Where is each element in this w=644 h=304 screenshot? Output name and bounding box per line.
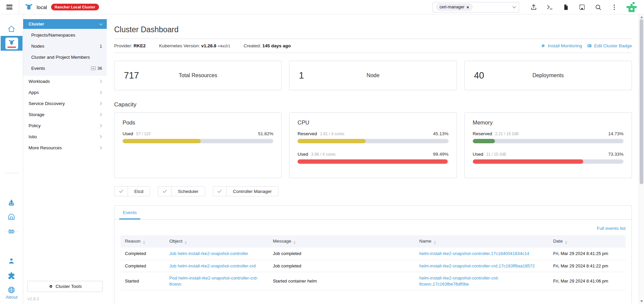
component-status-row: Etcd Scheduler Controller Manager	[114, 186, 632, 196]
active-cluster-tile[interactable]	[1, 36, 22, 51]
sidebar-item-projects-namespaces[interactable]: Projects/Namespaces	[23, 30, 107, 41]
vertical-scrollbar[interactable]	[639, 14, 644, 304]
cluster-meta-row: Provider: RKE2 Kubernetes Version: v1.28…	[114, 43, 632, 48]
sort-icon	[293, 241, 295, 245]
harvester-icon[interactable]	[7, 212, 16, 221]
sidebar-item-label: Cluster and Project Members	[31, 55, 90, 60]
globe-icon[interactable]	[7, 286, 16, 294]
capacity-card-title: CPU	[297, 119, 448, 126]
event-row: Started Pod helm-install-rke2-snapshot-c…	[121, 272, 626, 290]
stat-card-total-resources[interactable]: 717 Total Resources	[114, 61, 282, 90]
status-badge-scheduler: Scheduler	[158, 186, 205, 196]
capacity-card-cpu: CPU Reserved 1.81 / 4 cores 45.13% Used …	[289, 112, 457, 178]
chevron-right-icon	[99, 124, 102, 128]
stat-card-nodes[interactable]: 1 Node	[289, 61, 457, 90]
scroll-down-arrow-icon[interactable]	[640, 300, 643, 302]
event-reason: Completed	[121, 248, 166, 260]
stats-row: 717 Total Resources 1 Node 40 Deployment…	[114, 61, 632, 90]
sort-icon	[434, 241, 436, 245]
column-header-object[interactable]: Object	[166, 235, 269, 248]
sidebar-group-item[interactable]: More Resources	[23, 142, 107, 153]
sidebar-item-nodes[interactable]: Nodes 1	[23, 41, 107, 52]
gear-icon	[48, 284, 53, 289]
sidebar-group-item[interactable]: Service Discovery	[23, 98, 107, 109]
cluster-submenu: Projects/Namespaces Nodes 1 Cluster and …	[23, 29, 107, 76]
install-monitoring-link[interactable]: Install Monitoring	[541, 43, 582, 48]
stat-card-deployments[interactable]: 40 Deployments	[464, 61, 632, 90]
app-version: v2.8.3	[28, 297, 39, 301]
sort-icon	[185, 241, 187, 245]
sidebar-group-item[interactable]: Workloads	[23, 76, 107, 87]
status-badge-label: Controller Manager	[227, 189, 278, 194]
events-panel: Events Full events list Reason Object	[114, 205, 632, 304]
status-badge-etcd: Etcd	[114, 186, 150, 196]
column-header-message[interactable]: Message	[270, 235, 416, 248]
sidebar-group-item[interactable]: Policy	[23, 120, 107, 131]
about-link[interactable]: About	[0, 295, 23, 300]
sidebar-group-item-label: Storage	[29, 112, 44, 117]
event-name-link[interactable]: helm-install-rke2-snapshot-controller-cr…	[419, 263, 535, 268]
namespace-filter-tag: cert-manager ×	[436, 4, 472, 10]
cluster-tools-button[interactable]: Cluster Tools	[27, 281, 103, 292]
kubectl-shell-icon[interactable]	[546, 4, 553, 11]
remove-filter-icon[interactable]: ×	[466, 5, 469, 9]
sidebar-item-label: Nodes	[31, 44, 44, 49]
sidebar-item-label: Events	[31, 66, 45, 71]
rancher-logo-icon	[25, 3, 33, 11]
event-object-cell: Job helm-install-rke2-snapshot-controlle…	[166, 260, 269, 272]
event-reason: Started	[121, 272, 166, 290]
sidebar-item-events[interactable]: Events 36	[23, 63, 107, 74]
kebab-menu-icon[interactable]	[611, 4, 618, 11]
copy-kubeconfig-icon[interactable]	[579, 4, 586, 11]
sidebar-group-item-label: Workloads	[29, 79, 50, 84]
capacity-card-title: Pods	[123, 119, 273, 126]
cluster-name: local	[37, 4, 47, 10]
main-content: Cluster Dashboard Provider: RKE2 Kuberne…	[107, 14, 639, 304]
gauge-header: Used 57 / 110 51.82%	[123, 131, 273, 136]
event-object-link[interactable]: Pod helm-install-rke2-snapshot-controlle…	[169, 275, 258, 287]
memory-used-bar	[473, 159, 624, 164]
rail-divider	[5, 173, 18, 173]
sidebar-group-cluster-label: Cluster	[29, 21, 44, 27]
kubeconfig-file-icon[interactable]	[562, 4, 569, 11]
search-icon[interactable]	[595, 4, 602, 11]
provider-meta: Provider: RKE2	[114, 43, 146, 48]
user-profile-icon[interactable]	[7, 257, 16, 265]
column-header-date[interactable]: Date	[550, 235, 626, 248]
tab-events[interactable]: Events	[119, 206, 140, 219]
nodes-count: 1	[100, 44, 102, 49]
sidebar-group-item[interactable]: Storage	[23, 109, 107, 120]
edit-cluster-badge-link[interactable]: Edit Cluster Badge	[587, 43, 632, 48]
sidebar-group-item[interactable]: Apps	[23, 87, 107, 98]
event-object-link[interactable]: Job helm-install-rke2-snapshot-controlle…	[169, 251, 248, 256]
column-header-name[interactable]: Name	[416, 235, 550, 248]
events-count: 36	[91, 66, 102, 71]
chevron-down-icon	[99, 22, 103, 25]
capacity-card-title: Memory	[473, 119, 624, 126]
event-reason: Completed	[121, 260, 166, 272]
fleet-icon[interactable]	[7, 198, 16, 207]
scroll-up-arrow-icon[interactable]	[640, 16, 643, 18]
event-name-link[interactable]: helm-install-rke2-snapshot-controller.17…	[419, 251, 529, 256]
memory-reserved-bar	[473, 139, 624, 143]
hamburger-menu-button[interactable]	[0, 0, 19, 14]
status-badge-label: Etcd	[128, 189, 150, 194]
stat-label: Deployments	[465, 61, 632, 90]
sidebar-group-item[interactable]: Istio	[23, 131, 107, 142]
user-avatar[interactable]	[627, 2, 637, 12]
sidebar-group-cluster[interactable]: Cluster	[23, 19, 107, 29]
full-events-list-link[interactable]: Full events list	[597, 226, 626, 231]
scrollbar-thumb[interactable]	[640, 19, 643, 184]
namespace-filter-tag-label: cert-manager	[440, 5, 464, 9]
event-name-link[interactable]: helm-install-rke2-snapshot-controller-cr…	[419, 275, 499, 287]
home-icon[interactable]	[7, 24, 16, 33]
extensions-puzzle-icon[interactable]	[7, 271, 16, 280]
namespace-filter-combobox[interactable]: cert-manager ×	[432, 2, 519, 12]
event-object-cell: Pod helm-install-rke2-snapshot-controlle…	[166, 272, 269, 290]
event-object-link[interactable]: Job helm-install-rke2-snapshot-controlle…	[169, 263, 256, 268]
sidebar-group-item-label: Service Discovery	[29, 101, 65, 106]
column-header-reason[interactable]: Reason	[121, 235, 166, 248]
chevron-right-icon	[99, 113, 102, 116]
import-icon[interactable]	[530, 4, 537, 11]
sidebar-item-cluster-members[interactable]: Cluster and Project Members	[23, 52, 107, 63]
